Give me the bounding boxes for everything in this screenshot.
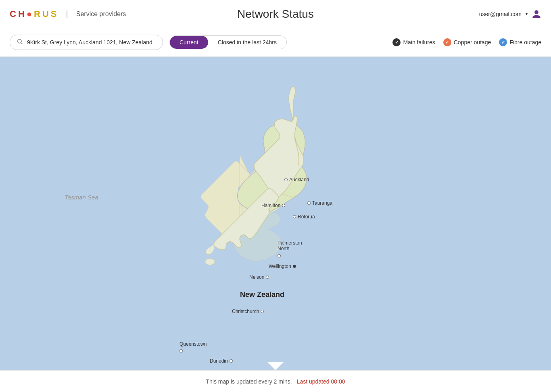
svg-point-0 — [18, 39, 21, 43]
city-name-auckland: Auckland — [289, 177, 309, 183]
city-dot-palmerston-north — [278, 254, 281, 257]
user-email[interactable]: user@gmail.com — [479, 11, 522, 17]
footer-last-updated-link[interactable]: Last updated 00:00 — [297, 378, 345, 385]
address-search-input[interactable] — [27, 39, 156, 46]
city-dot-auckland — [284, 178, 288, 181]
svg-point-3 — [205, 259, 215, 265]
city-marker-hamilton: Hamilton — [261, 203, 285, 208]
legend-fibre-outage: ✓ Fibre outage — [499, 38, 541, 46]
tab-closed[interactable]: Closed in the last 24hrs — [208, 36, 286, 49]
logo-letter-s: S — [51, 9, 58, 19]
tasman-sea-label: Tasman Sea — [65, 194, 98, 201]
city-name-tauranga: Tauranga — [312, 200, 332, 206]
legend-icon-copper-outage: ✓ — [443, 38, 451, 46]
city-dot-wellington — [293, 265, 296, 268]
city-marker-palmerston-north: PalmerstonNorth — [278, 240, 302, 257]
search-icon — [17, 38, 23, 46]
legend-copper-outage: ✓ Copper outage — [443, 38, 491, 46]
svg-line-1 — [21, 43, 23, 44]
legend-label-copper-outage: Copper outage — [454, 39, 491, 46]
city-dot-nelson — [266, 276, 269, 279]
service-providers-link[interactable]: Service providers — [76, 10, 126, 18]
legend-label-main-failures: Main failures — [403, 39, 435, 46]
header-divider: | — [66, 9, 68, 19]
city-marker-nelson: Nelson — [249, 274, 269, 280]
city-marker-wellington: Wellington — [269, 263, 296, 269]
city-name-rotorua: Rotorua — [298, 214, 315, 220]
legend-icon-main-failures: ✓ — [392, 38, 401, 46]
city-dot-tauranga — [307, 201, 311, 205]
city-dot-dunedin — [230, 359, 233, 363]
map-bottom-caret — [267, 362, 284, 370]
city-name-invercargill: Invercargill — [177, 369, 201, 370]
legend-main-failures: ✓ Main failures — [392, 38, 435, 46]
page-footer: This map is updated every 2 mins. Last u… — [0, 370, 551, 392]
toolbar: Current Closed in the last 24hrs ✓ Main … — [0, 28, 551, 57]
city-name-queenstown: Queenstown — [179, 341, 207, 347]
city-marker-queenstown: Queenstown — [179, 341, 207, 353]
city-marker-dunedin: Dunedin — [210, 358, 233, 364]
logo-dot: ● — [27, 9, 33, 19]
tab-current[interactable]: Current — [170, 36, 208, 49]
city-marker-rotorua: Rotorua — [293, 214, 315, 220]
new-zealand-country-label: New Zealand — [240, 290, 284, 299]
city-name-palmerston-north: PalmerstonNorth — [278, 240, 302, 252]
city-marker-christchurch: Christchurch — [232, 309, 264, 314]
logo-letter-r: R — [34, 9, 42, 19]
logo-letter-c: C — [10, 9, 17, 19]
tab-group: Current Closed in the last 24hrs — [169, 35, 287, 49]
header-left: C H ● R U S | Service providers — [10, 9, 126, 19]
city-marker-tauranga: Tauranga — [307, 200, 332, 206]
legend-icon-fibre-outage: ✓ — [499, 38, 507, 46]
user-dropdown-arrow[interactable]: ▾ — [526, 12, 528, 16]
nz-map-overlay — [0, 57, 551, 370]
map-container[interactable]: Tasman Sea New Zealand Auckland Hamilton… — [0, 57, 551, 370]
logo-letter-u: U — [42, 9, 50, 19]
header-right: user@gmail.com ▾ — [479, 9, 541, 19]
city-name-dunedin: Dunedin — [210, 358, 228, 364]
city-marker-auckland: Auckland — [284, 177, 309, 183]
search-container — [10, 35, 163, 50]
city-dot-queenstown — [179, 349, 183, 353]
app-header: C H ● R U S | Service providers Network … — [0, 0, 551, 28]
legend-label-fibre-outage: Fibre outage — [509, 39, 541, 46]
user-profile-icon[interactable] — [532, 9, 541, 19]
city-marker-invercargill: Invercargill — [177, 369, 201, 370]
city-name-hamilton: Hamilton — [261, 203, 280, 208]
city-dot-hamilton — [282, 204, 285, 207]
city-name-nelson: Nelson — [249, 274, 264, 280]
footer-static-text: This map is updated every 2 mins. — [206, 378, 292, 385]
city-name-wellington: Wellington — [269, 263, 291, 269]
city-dot-rotorua — [293, 215, 296, 218]
header-center: Network Status — [237, 8, 314, 21]
city-name-christchurch: Christchurch — [232, 309, 259, 314]
legend: ✓ Main failures ✓ Copper outage ✓ Fibre … — [392, 38, 541, 46]
page-title: Network Status — [237, 8, 314, 21]
city-dot-christchurch — [261, 310, 264, 313]
chorus-logo: C H ● R U S — [10, 9, 58, 19]
logo-letter-h: H — [18, 9, 26, 19]
